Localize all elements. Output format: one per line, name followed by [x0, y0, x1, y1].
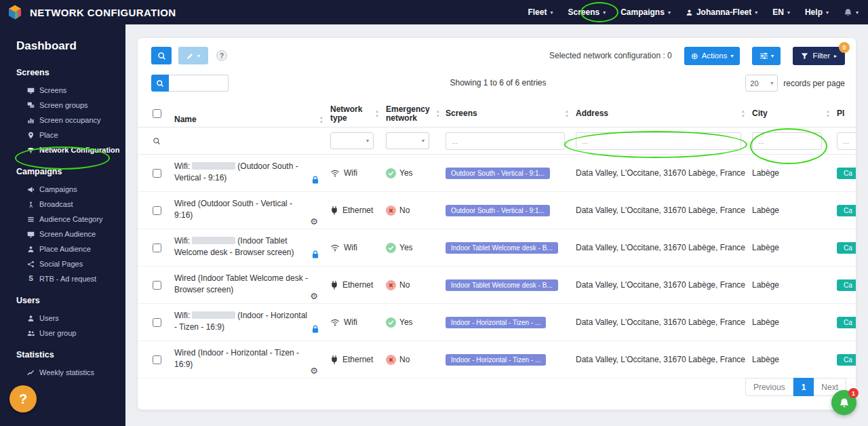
- config-name-cell: Wired (Outdoor South - Vertical - 9:16) …: [174, 192, 330, 229]
- place-badge[interactable]: Ca: [837, 317, 856, 328]
- sort-icon[interactable]: ▲▼: [319, 115, 323, 124]
- header-city[interactable]: City▲▼: [752, 100, 837, 127]
- chevron-down-icon: ▾: [603, 9, 606, 16]
- nav-notifications[interactable]: ▾: [844, 8, 859, 17]
- header-screens[interactable]: Screens▲▼: [446, 100, 576, 127]
- nav-fleet[interactable]: Fleet▾: [528, 7, 553, 17]
- place-badge[interactable]: Ca: [837, 279, 856, 291]
- sidebar-dashboard[interactable]: Dashboard: [0, 39, 125, 53]
- header-address[interactable]: Address▲▼: [576, 100, 752, 127]
- sidebar-item-screens[interactable]: Screens: [0, 83, 125, 98]
- sidebar-item-screen-occupancy[interactable]: Screen occupancy: [0, 113, 125, 128]
- place-badge[interactable]: Ca: [837, 354, 856, 366]
- actions-button[interactable]: ⊕ Actions ▾: [684, 47, 741, 65]
- sort-icon[interactable]: ▲▼: [826, 109, 830, 118]
- gear-icon[interactable]: ⚙: [310, 292, 318, 301]
- notifications-floating-button[interactable]: 1: [831, 390, 856, 415]
- sidebar-item-social-pages[interactable]: Social Pages: [0, 256, 125, 271]
- selected-count-label: Selected network configuration : 0: [549, 51, 672, 60]
- screens-filter-input[interactable]: [446, 132, 565, 150]
- row-checkbox[interactable]: [153, 206, 161, 215]
- sidebar-item-campaigns[interactable]: Campaigns: [0, 182, 125, 197]
- pagination-page-1[interactable]: 1: [793, 378, 814, 396]
- header-name[interactable]: Name▲▼: [174, 100, 330, 127]
- city-filter-input[interactable]: [752, 132, 822, 150]
- check-circle-icon: [386, 317, 396, 328]
- city-value: Labège: [752, 229, 837, 266]
- per-page-select[interactable]: 20 ▾: [745, 75, 778, 92]
- sort-icon[interactable]: ▲▼: [375, 109, 379, 118]
- row-checkbox[interactable]: [153, 244, 161, 252]
- sidebar-item-broadcast[interactable]: Broadcast: [0, 197, 125, 212]
- header-place[interactable]: Pl▲▼: [837, 100, 856, 127]
- place-filter-input[interactable]: [837, 132, 856, 150]
- emergency-network-filter-select[interactable]: ▾: [386, 132, 429, 149]
- columns-button[interactable]: ▾: [752, 47, 781, 65]
- sidebar-item-audience-category[interactable]: Audience Category: [0, 212, 125, 227]
- sidebar-section-users: Users: [0, 296, 125, 305]
- header-emergency-network[interactable]: Emergency network▲▼: [386, 100, 446, 127]
- edit-dropdown-button[interactable]: ▾: [178, 47, 208, 64]
- per-page-label: records per page: [783, 79, 845, 88]
- nav-user-menu[interactable]: Johanna-Fleet▾: [686, 7, 757, 17]
- help-tooltip-icon[interactable]: ?: [216, 50, 227, 61]
- search-button[interactable]: [151, 47, 172, 64]
- sort-icon[interactable]: ▲▼: [741, 109, 745, 118]
- pagination-previous[interactable]: Previous: [745, 378, 793, 396]
- address-filter-input[interactable]: [576, 132, 741, 150]
- weekly-statistics-icon: [27, 369, 35, 376]
- header-network-type[interactable]: Network type▲▼: [330, 100, 386, 127]
- screen-badge[interactable]: Indoor - Horizontal - Tizen - ...: [446, 317, 546, 328]
- row-checkbox[interactable]: [153, 169, 161, 178]
- sidebar-item-users[interactable]: Users: [0, 311, 125, 326]
- chevron-down-icon: ▾: [197, 53, 200, 59]
- sidebar-item-screen-audience[interactable]: Screen Audience: [0, 227, 125, 241]
- nav-screens-label: Screens: [568, 7, 599, 17]
- table-row: Wired (Indoor Tablet Welcome desk - Brow…: [138, 267, 856, 304]
- chevron-down-icon: ▾: [826, 9, 829, 16]
- sidebar-item-screen-groups[interactable]: Screen groups: [0, 98, 125, 113]
- sidebar-help-button[interactable]: ?: [9, 385, 37, 412]
- row-checkbox[interactable]: [153, 281, 161, 290]
- sidebar-item-weekly-statistics[interactable]: Weekly statistics: [0, 365, 125, 380]
- screen-badge[interactable]: Outdoor South - Vertical - 9:1...: [446, 168, 550, 179]
- nav-screens[interactable]: Screens▾: [568, 7, 606, 17]
- records-per-page: 20 ▾ records per page: [745, 75, 845, 92]
- network-type-filter-select[interactable]: ▾: [330, 132, 374, 149]
- per-page-value: 20: [750, 79, 758, 88]
- lock-icon[interactable]: [311, 250, 319, 261]
- screen-badge[interactable]: Indoor - Horizontal - Tizen - ...: [446, 354, 546, 366]
- place-audience-icon: [27, 246, 35, 253]
- filter-button[interactable]: Filter ▸ 0: [793, 47, 845, 65]
- sidebar-item-network-configuration[interactable]: Network Configuration: [0, 142, 125, 157]
- sidebar-item-user-group[interactable]: User group: [0, 326, 125, 341]
- lock-icon[interactable]: [311, 325, 319, 336]
- config-name: Wired (Indoor Tablet Welcome desk - Brow…: [174, 273, 308, 294]
- row-checkbox[interactable]: [153, 355, 161, 364]
- place-badge[interactable]: Ca: [837, 242, 856, 254]
- network-type-value: Ethernet: [342, 355, 373, 364]
- city-value: Labège: [752, 155, 837, 191]
- nav-help[interactable]: Help▾: [805, 7, 829, 17]
- nav-campaigns[interactable]: Campaigns▾: [620, 7, 671, 17]
- screen-badge[interactable]: Outdoor South - Vertical - 9:1...: [446, 205, 550, 216]
- search-icon: [157, 52, 166, 60]
- sort-icon[interactable]: ▲▼: [565, 109, 569, 118]
- sidebar-item-place-audience[interactable]: Place Audience: [0, 241, 125, 256]
- place-badge[interactable]: Ca: [837, 168, 856, 179]
- gear-icon[interactable]: ⚙: [310, 217, 318, 226]
- sidebar-item-place[interactable]: Place: [0, 128, 125, 142]
- nav-language[interactable]: EN▾: [772, 7, 790, 17]
- place-badge[interactable]: Ca: [837, 205, 856, 216]
- table-row: Wifi:(Outdoor South - Vertical - 9:16) W…: [138, 155, 856, 192]
- actions-label: Actions: [702, 52, 728, 60]
- sort-icon[interactable]: ▲▼: [436, 109, 440, 118]
- sidebar-item-rtb-ad-request[interactable]: S RTB - Ad request: [0, 271, 125, 286]
- select-all-checkbox[interactable]: [153, 109, 161, 118]
- row-checkbox[interactable]: [153, 318, 161, 327]
- screen-badge[interactable]: Indoor Tablet Welcome desk - B...: [446, 242, 558, 254]
- notification-count-badge: 1: [848, 388, 859, 398]
- gear-icon[interactable]: ⚙: [310, 366, 318, 375]
- screen-badge[interactable]: Indoor Tablet Welcome desk - B...: [446, 279, 558, 291]
- lock-icon[interactable]: [311, 176, 319, 187]
